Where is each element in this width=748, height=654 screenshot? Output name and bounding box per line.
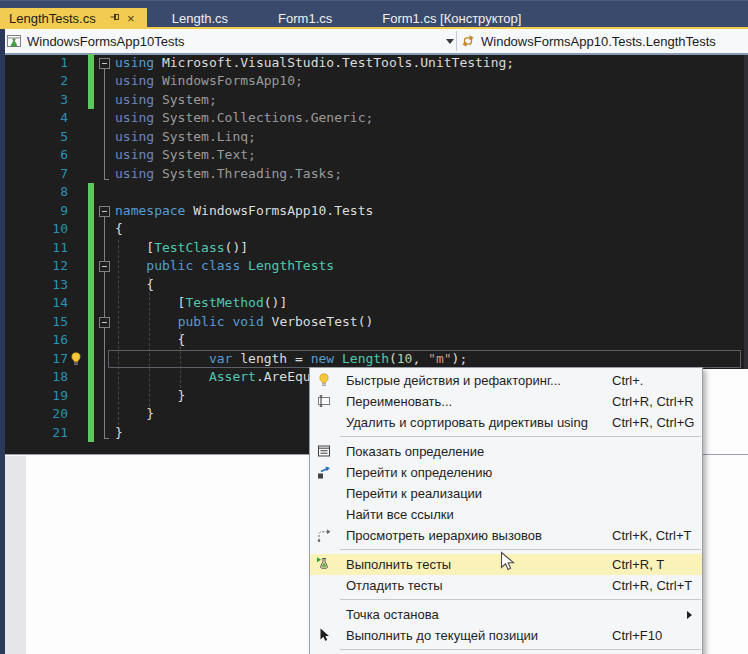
line-number[interactable]: 15 (5, 313, 68, 332)
code-text[interactable]: using Microsoft.VisualStudio.TestTools.U… (115, 54, 514, 73)
vertical-scrollbar[interactable] (744, 55, 748, 369)
lightbulb-icon[interactable] (68, 351, 84, 367)
fold-collapse-icon[interactable] (99, 206, 110, 217)
line-number[interactable]: 20 (5, 405, 68, 424)
background-pane-right (703, 369, 748, 454)
code-text[interactable]: [TestClass()] (115, 239, 248, 258)
project-dropdown-value: WindowsFormsApp10Tests (27, 34, 185, 49)
code-text[interactable]: using System; (115, 91, 217, 110)
close-icon[interactable]: × (124, 11, 138, 25)
fold-collapse-icon[interactable] (99, 317, 110, 328)
code-text[interactable]: using System.Collections.Generic; (115, 109, 373, 128)
change-tracking-bar (88, 350, 94, 369)
code-text[interactable]: using System.Linq; (115, 128, 256, 147)
line-number[interactable]: 9 (5, 202, 68, 221)
line-number[interactable]: 10 (5, 220, 68, 239)
menu-item-breakpoint[interactable]: Точка останова (310, 604, 702, 625)
code-line-11[interactable]: 11 [TestClass()] (5, 239, 748, 258)
code-line-13[interactable]: 13 { (5, 276, 748, 295)
menu-item-execute-to-cursor[interactable]: Выполнить до текущей позицииCtrl+F10 (310, 625, 702, 646)
line-number[interactable]: 18 (5, 368, 68, 387)
code-text[interactable]: namespace WindowsFormsApp10.Tests (115, 202, 373, 221)
line-number[interactable]: 7 (5, 165, 68, 184)
code-text[interactable]: { (115, 331, 185, 350)
code-line-14[interactable]: 14 [TestMethod()] (5, 294, 748, 313)
code-line-3[interactable]: 3using System; (5, 91, 748, 110)
menu-item-rename[interactable]: Переименовать...Ctrl+R, Ctrl+R (310, 391, 702, 412)
code-text[interactable]: { (115, 276, 154, 295)
line-number[interactable]: 3 (5, 91, 68, 110)
menu-item-label: Удалить и сортировать директивы using (346, 412, 588, 433)
line-number[interactable]: 19 (5, 387, 68, 406)
code-text[interactable]: public void VerboseTest() (115, 313, 373, 332)
menu-item-label: Отладить тесты (346, 575, 443, 596)
line-number[interactable]: 2 (5, 72, 68, 91)
code-text[interactable]: } (115, 424, 123, 443)
code-text[interactable]: using System.Text; (115, 146, 256, 165)
tab-form1-designer[interactable]: Form1.cs [Конструктор] (357, 8, 546, 28)
menu-item-shortcut: Ctrl+R, T (612, 554, 664, 575)
fold-collapse-icon[interactable] (99, 261, 110, 272)
menu-item-view-call-hierarchy[interactable]: Просмотреть иерархию вызововCtrl+K, Ctrl… (310, 525, 702, 546)
code-text[interactable]: } (115, 405, 154, 424)
menu-item-label: Перейти к определению (346, 462, 492, 483)
code-text[interactable]: } (115, 387, 185, 406)
code-line-5[interactable]: 5using System.Linq; (5, 128, 748, 147)
line-number[interactable]: 14 (5, 294, 68, 313)
line-number[interactable]: 8 (5, 183, 68, 202)
menu-item-find-all-references[interactable]: Найти все ссылки (310, 504, 702, 525)
rename-icon (316, 393, 332, 409)
line-number[interactable]: 11 (5, 239, 68, 258)
code-line-2[interactable]: 2using WindowsFormsApp10; (5, 72, 748, 91)
code-text[interactable]: Assert.AreEqua (115, 368, 319, 387)
code-line-6[interactable]: 6using System.Text; (5, 146, 748, 165)
menu-item-remove-sort-usings[interactable]: Удалить и сортировать директивы usingCtr… (310, 412, 702, 433)
line-number[interactable]: 17 (5, 350, 68, 369)
code-line-12[interactable]: 12 public class LengthTests (5, 257, 748, 276)
line-number[interactable]: 12 (5, 257, 68, 276)
tab-form1[interactable]: Form1.cs (253, 8, 357, 28)
pin-icon[interactable] (108, 11, 122, 25)
menu-item-debug-tests[interactable]: Отладить тестыCtrl+R, Ctrl+T (310, 575, 702, 596)
line-number[interactable]: 13 (5, 276, 68, 295)
code-text[interactable]: public class LengthTests (115, 257, 334, 276)
code-line-8[interactable]: 8 (5, 183, 748, 202)
code-line-15[interactable]: 15 public void VerboseTest() (5, 313, 748, 332)
line-number[interactable]: 4 (5, 109, 68, 128)
menu-item-quick-actions[interactable]: Быстрые действия и рефакторинг...Ctrl+. (310, 370, 702, 391)
vs-editor-window: LengthTests.cs×Length.csForm1.csForm1.cs… (0, 0, 748, 654)
change-tracking-bar (88, 387, 94, 406)
project-dropdown[interactable]: WindowsFormsApp10Tests (6, 29, 456, 53)
menu-item-go-to-definition[interactable]: Перейти к определению (310, 462, 702, 483)
change-tracking-bar (88, 424, 94, 443)
menu-item-go-to-implementation[interactable]: Перейти к реализации (310, 483, 702, 504)
code-text[interactable]: using WindowsFormsApp10; (115, 72, 303, 91)
line-number[interactable]: 5 (5, 128, 68, 147)
code-line-16[interactable]: 16 { (5, 331, 748, 350)
code-text[interactable]: { (115, 220, 123, 239)
fold-collapse-icon[interactable] (99, 58, 110, 69)
tab-lengthtests[interactable]: LengthTests.cs× (0, 8, 147, 28)
change-tracking-bar (88, 331, 94, 350)
code-line-10[interactable]: 10{ (5, 220, 748, 239)
chevron-down-icon (446, 39, 454, 44)
line-number[interactable]: 16 (5, 331, 68, 350)
code-text[interactable]: [TestMethod()] (115, 294, 287, 313)
line-number[interactable]: 1 (5, 54, 68, 73)
menu-item-label: Выполнить тесты (346, 554, 451, 575)
menu-item-shortcut: Ctrl+K, Ctrl+T (612, 525, 691, 546)
tab-length[interactable]: Length.cs (147, 8, 253, 28)
change-tracking-bar (88, 294, 94, 313)
code-line-17[interactable]: 17 var length = new Length(10, "m"); (5, 350, 748, 369)
line-number[interactable]: 21 (5, 424, 68, 443)
code-line-1[interactable]: 1using Microsoft.VisualStudio.TestTools.… (5, 54, 748, 73)
line-number[interactable]: 6 (5, 146, 68, 165)
code-text[interactable]: using System.Threading.Tasks; (115, 165, 342, 184)
menu-item-peek-definition[interactable]: Показать определение (310, 441, 702, 462)
code-line-7[interactable]: 7using System.Threading.Tasks; (5, 165, 748, 184)
change-tracking-bar (88, 313, 94, 332)
tab-label: Length.cs (172, 11, 228, 26)
code-line-9[interactable]: 9namespace WindowsFormsApp10.Tests (5, 202, 748, 221)
type-dropdown[interactable]: WindowsFormsApp10.Tests.LengthTests (460, 29, 748, 53)
code-line-4[interactable]: 4using System.Collections.Generic; (5, 109, 748, 128)
